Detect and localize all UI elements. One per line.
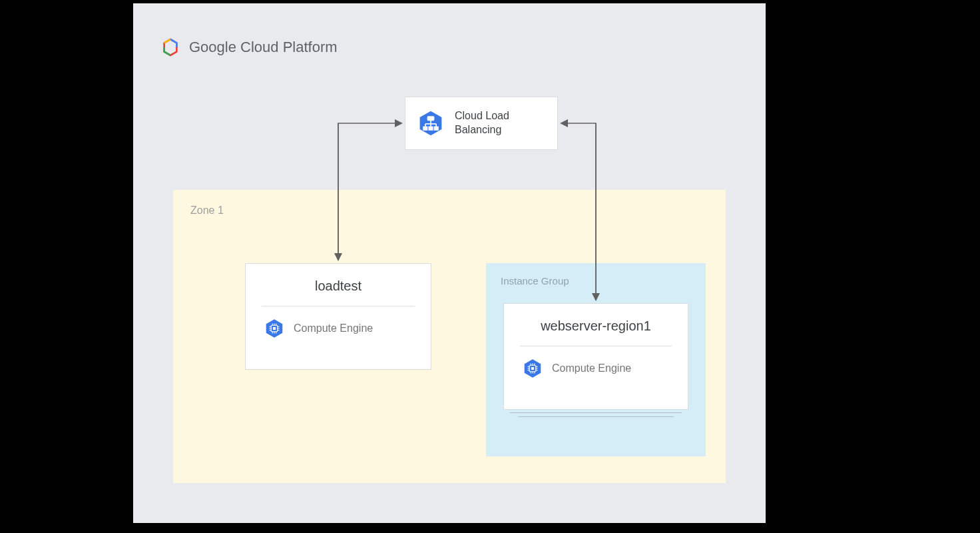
svg-rect-27 [531, 367, 534, 370]
header-title: Google Cloud Platform [189, 39, 338, 56]
gcp-logo-icon [160, 37, 181, 58]
webserver-engine-row: Compute Engine [520, 358, 672, 378]
compute-engine-icon [523, 358, 543, 378]
svg-rect-7 [423, 127, 427, 130]
loadtest-title: loadtest [262, 278, 415, 306]
diagram-canvas: Google Cloud Platform Cl [133, 3, 766, 523]
loadtest-node: loadtest Comp [245, 263, 431, 370]
instance-group-container: Instance Group webserver-region1 [486, 263, 706, 456]
header-brand-bold: Google [189, 39, 236, 55]
header-brand-light: Cloud Platform [236, 39, 338, 55]
lb-label-line1: Cloud Load [455, 109, 509, 123]
instance-group-label: Instance Group [501, 275, 569, 286]
webserver-engine-label: Compute Engine [552, 362, 631, 374]
svg-rect-12 [273, 327, 276, 330]
loadtest-engine-row: Compute Engine [262, 318, 415, 338]
lb-label-line2: Balancing [455, 123, 509, 137]
zone-container: Zone 1 loadtest [173, 190, 726, 483]
zone-label: Zone 1 [190, 205, 224, 217]
svg-rect-1 [427, 117, 433, 120]
webserver-node: webserver-region1 [503, 303, 688, 410]
webserver-title: webserver-region1 [520, 318, 672, 346]
gcp-header: Google Cloud Platform [160, 37, 338, 58]
divider [520, 346, 672, 346]
stack-indicator-line [518, 416, 674, 417]
compute-engine-icon [264, 318, 284, 338]
cloud-load-balancing-node: Cloud Load Balancing [405, 97, 558, 150]
svg-rect-8 [429, 127, 432, 130]
load-balancer-icon [417, 110, 444, 137]
load-balancer-label: Cloud Load Balancing [455, 109, 509, 137]
divider [262, 306, 415, 306]
stack-indicator-line [510, 412, 682, 413]
loadtest-engine-label: Compute Engine [294, 322, 373, 334]
svg-rect-9 [434, 127, 437, 130]
